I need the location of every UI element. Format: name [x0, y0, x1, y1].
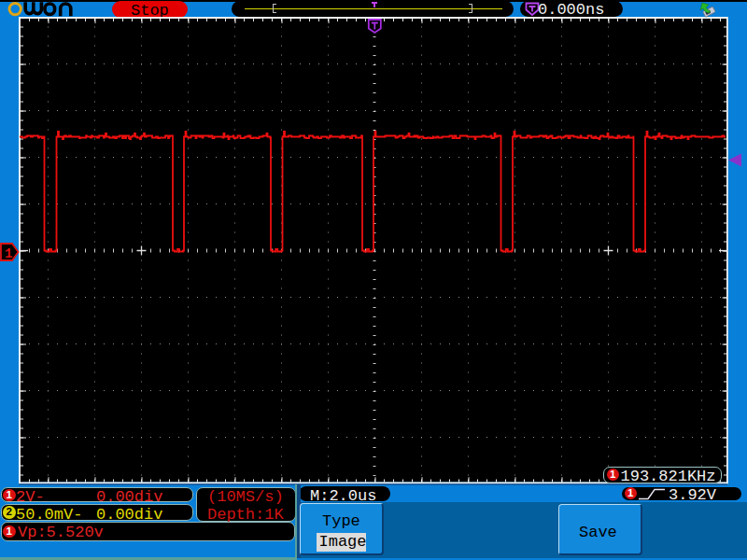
svg-text:1: 1	[5, 246, 12, 261]
